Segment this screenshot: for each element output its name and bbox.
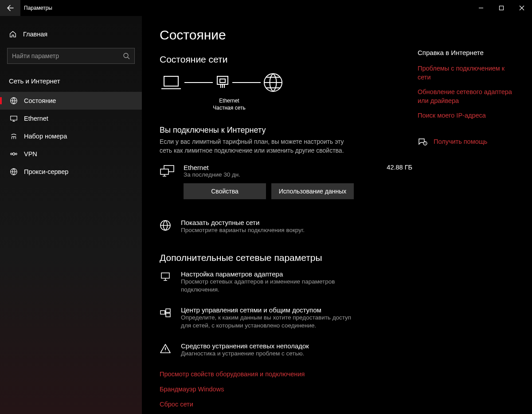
svg-rect-10 [220,79,225,83]
laptop-icon [160,73,183,92]
sidebar-item-status[interactable]: Состояние [0,92,142,110]
svg-point-4 [11,153,12,155]
diagram-adapter-sub: Частная сеть [209,105,249,112]
help-link-connection[interactable]: Проблемы с подключением к сети [418,64,514,82]
svg-point-1 [124,53,128,58]
minimize-icon [478,5,484,11]
svg-rect-15 [161,273,169,278]
nav-home-label: Главная [23,31,47,38]
vpn-icon [10,150,18,158]
svg-rect-13 [160,169,168,174]
connection-usage: 42.88 ГБ [381,164,412,171]
sidebar-item-label: Набор номера [24,133,67,140]
troubleshooter-option[interactable]: Средство устранения сетевых неполадок Ди… [160,342,412,358]
available-title: Показать доступные сети [181,219,305,226]
search-input-container[interactable] [7,48,135,64]
nav-home[interactable]: Главная [0,27,142,42]
available-desc: Просмотрите варианты подключения вокруг. [181,226,305,234]
connection-name: Ethernet [184,164,373,171]
window-close-button[interactable] [512,0,532,16]
hardware-properties-link[interactable]: Просмотр свойств оборудования и подключе… [160,371,412,378]
title-bar: Параметры [0,0,532,16]
option-desc: Определите, к каким данным вы хотите пре… [181,314,358,330]
option-title: Настройка параметров адаптера [181,270,358,278]
sidebar: Главная Сеть и Интернет Состояние Ethern… [0,16,142,414]
svg-rect-18 [166,313,170,317]
sidebar-item-ethernet[interactable]: Ethernet [0,110,142,127]
svg-rect-8 [164,76,178,86]
section-advanced: Дополнительные сетевые параметры [160,252,412,263]
maximize-icon [499,5,504,11]
window-maximize-button[interactable] [491,0,512,16]
globe-icon [10,168,18,176]
main-content: Состояние Состояние сети Ethernet Частна… [142,16,532,414]
globe-large-icon [262,72,284,93]
help-link-ip[interactable]: Поиск моего IP-адреса [418,111,514,120]
diagram-adapter-label: Ethernet [209,98,249,105]
option-title: Средство устранения сетевых неполадок [181,342,309,350]
help-chat-icon [418,137,427,147]
sidebar-item-label: Прокси-сервер [24,168,68,175]
svg-rect-9 [217,76,228,84]
firewall-link[interactable]: Брандмауэр Windows [160,386,412,393]
diagram-labels: Ethernet Частная сеть [209,98,249,111]
close-icon [519,5,524,11]
help-title: Справка в Интернете [418,49,514,56]
sidebar-item-label: VPN [24,150,37,158]
connection-sub: За последние 30 дн. [184,171,373,178]
sidebar-item-label: Ethernet [24,115,48,122]
home-icon [9,30,17,38]
globe-icon [10,97,18,105]
connected-title: Вы подключены к Интернету [160,126,412,135]
option-title: Центр управления сетями и общим доступом [181,306,358,314]
adapter-settings-option[interactable]: Настройка параметров адаптера Просмотр с… [160,270,412,294]
svg-point-5 [16,153,17,155]
get-help-link[interactable]: Получить помощь [434,138,487,146]
sidebar-item-vpn[interactable]: VPN [0,145,142,163]
help-link-driver[interactable]: Обновление сетевого адаптера или драйвер… [418,88,514,105]
network-diagram [160,72,412,93]
adapter-icon [215,73,231,92]
section-network-status: Состояние сети [160,54,412,65]
svg-rect-17 [166,309,170,312]
monitor-icon [10,114,18,122]
network-reset-link[interactable]: Сброс сети [160,401,412,408]
option-desc: Просмотр сетевых адаптеров и изменение п… [181,278,358,294]
get-help-row[interactable]: Получить помощь [418,137,514,147]
search-input[interactable] [12,52,123,59]
pc-icon [160,270,173,283]
help-panel: Справка в Интернете Проблемы с подключен… [412,28,514,405]
option-desc: Диагностика и устранение проблем с сетью… [181,350,309,358]
connection-row: Ethernet За последние 30 дн. 42.88 ГБ [160,164,412,178]
properties-button[interactable]: Свойства [184,183,266,199]
data-usage-button[interactable]: Использование данных [271,183,354,199]
svg-rect-0 [500,6,504,10]
sidebar-item-proxy[interactable]: Прокси-сервер [0,163,142,181]
sidebar-category: Сеть и Интернет [0,73,142,92]
svg-rect-16 [160,311,165,314]
search-icon [123,52,130,59]
sidebar-item-label: Состояние [24,97,56,104]
sharing-icon [160,306,173,319]
globe-icon [160,219,173,231]
back-button[interactable] [0,0,20,16]
warning-icon [160,342,173,355]
window-minimize-button[interactable] [471,0,491,16]
sidebar-item-dialup[interactable]: Набор номера [0,127,142,145]
connected-desc: Если у вас лимитный тарифный план, вы мо… [160,138,346,155]
page-title: Состояние [160,28,412,43]
window-title: Параметры [24,5,52,11]
available-networks-option[interactable]: Показать доступные сети Просмотрите вари… [160,219,412,234]
svg-rect-3 [11,116,17,120]
pc-network-icon [160,164,176,178]
sharing-center-option[interactable]: Центр управления сетями и общим доступом… [160,306,412,330]
arrow-left-icon [7,4,14,12]
dialup-icon [10,132,18,140]
svg-rect-6 [13,153,15,155]
